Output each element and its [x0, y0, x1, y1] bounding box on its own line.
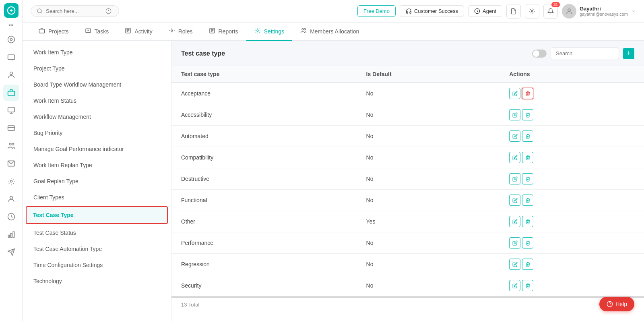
- sidebar-icon-send[interactable]: [3, 244, 19, 260]
- edit-button[interactable]: [509, 259, 520, 270]
- delete-button[interactable]: [522, 216, 533, 227]
- settings-item-time-configuration[interactable]: Time Configuration Settings: [23, 257, 171, 273]
- settings-item-work-item-replan[interactable]: Work Item Replan Type: [23, 157, 171, 173]
- tab-projects[interactable]: Projects: [31, 23, 77, 41]
- delete-button[interactable]: [522, 195, 533, 206]
- cell-is-default: No: [357, 275, 500, 296]
- svg-point-38: [171, 30, 173, 31]
- edit-button[interactable]: [509, 130, 520, 142]
- sidebar-icon-clock[interactable]: [3, 209, 19, 225]
- cell-is-default: No: [357, 232, 500, 254]
- roles-tab-icon: [169, 27, 175, 35]
- main-wrapper: Free Demo Customer Success Agent 31: [23, 0, 644, 321]
- sidebar-icon-monitor[interactable]: [3, 102, 19, 118]
- tab-settings[interactable]: Settings: [246, 23, 293, 41]
- free-demo-button[interactable]: Free Demo: [357, 5, 396, 17]
- app-logo[interactable]: [4, 3, 19, 18]
- help-icon: [607, 301, 613, 307]
- icon-sidebar: •••: [0, 0, 23, 321]
- svg-rect-20: [10, 234, 12, 238]
- settings-item-client-types[interactable]: Client Types: [23, 189, 171, 205]
- svg-point-31: [568, 9, 570, 11]
- sidebar-icon-briefcase[interactable]: [3, 85, 19, 101]
- tab-tasks[interactable]: Tasks: [77, 23, 117, 41]
- settings-item-technology[interactable]: Technology: [23, 273, 171, 289]
- settings-item-bug-priority[interactable]: Bug Priority: [23, 125, 171, 141]
- edit-button[interactable]: [509, 109, 520, 120]
- settings-button[interactable]: [525, 4, 539, 19]
- agent-button[interactable]: Agent: [468, 5, 502, 17]
- chevron-down-icon: [631, 9, 636, 14]
- user-info[interactable]: Gayathri gayathri@snovasys.com: [562, 4, 636, 19]
- sidebar-icon-home[interactable]: [3, 31, 19, 48]
- settings-item-test-case-automation[interactable]: Test Case Automation Type: [23, 241, 171, 257]
- cell-actions: [500, 147, 644, 168]
- svg-point-1: [8, 36, 14, 43]
- edit-button[interactable]: [509, 173, 520, 184]
- edit-button[interactable]: [509, 216, 520, 227]
- headset-icon: [406, 8, 412, 14]
- tab-reports[interactable]: Reports: [201, 23, 246, 41]
- cell-actions: [500, 83, 644, 104]
- svg-rect-21: [13, 232, 14, 237]
- delete-button[interactable]: [522, 130, 533, 142]
- cell-actions: [500, 168, 644, 190]
- data-table: Test case type Is Default Actions Accept…: [171, 66, 644, 296]
- tab-members[interactable]: Members Allocation: [292, 23, 367, 41]
- projects-tab-icon: [39, 27, 45, 35]
- col-header-test-case-type: Test case type: [171, 66, 357, 83]
- delete-button[interactable]: [522, 152, 533, 163]
- delete-button[interactable]: [522, 109, 533, 120]
- add-button[interactable]: +: [623, 48, 634, 59]
- more-dots-icon[interactable]: •••: [8, 23, 14, 28]
- settings-item-work-item-status[interactable]: Work Item Status: [23, 93, 171, 109]
- table-row: CompatibilityNo: [171, 147, 644, 168]
- edit-button[interactable]: [509, 88, 520, 99]
- delete-button[interactable]: [522, 237, 533, 249]
- content-area: Work Item Type Project Type Board Type W…: [23, 41, 644, 321]
- sidebar-icon-user2[interactable]: [3, 191, 19, 207]
- document-button[interactable]: [506, 4, 521, 19]
- settings-item-workflow-management[interactable]: Workflow Management: [23, 109, 171, 125]
- delete-button[interactable]: [522, 173, 533, 184]
- cell-actions: [500, 104, 644, 126]
- notification-button[interactable]: 31: [543, 4, 558, 19]
- customer-success-button[interactable]: Customer Success: [400, 5, 464, 17]
- settings-item-goal-replan[interactable]: Goal Replan Type: [23, 173, 171, 189]
- settings-item-test-case-status[interactable]: Test Case Status: [23, 225, 171, 241]
- edit-button[interactable]: [509, 237, 520, 249]
- tab-roles[interactable]: Roles: [161, 23, 201, 41]
- settings-item-board-workflow[interactable]: Board Type Workflow Management: [23, 77, 171, 93]
- sidebar-icon-tv[interactable]: [3, 49, 19, 65]
- edit-button[interactable]: [509, 195, 520, 206]
- sidebar-icon-chart[interactable]: [3, 226, 19, 242]
- settings-item-project-type[interactable]: Project Type: [23, 60, 171, 77]
- header-right: Free Demo Customer Success Agent 31: [357, 4, 636, 19]
- settings-item-test-case-type[interactable]: Test Case Type: [26, 206, 168, 224]
- delete-button[interactable]: [522, 88, 533, 99]
- edit-button[interactable]: [509, 152, 520, 163]
- cell-test-case-name: Destructive: [171, 168, 357, 190]
- search-bar[interactable]: [31, 5, 119, 17]
- cell-test-case-name: Regression: [171, 254, 357, 275]
- sidebar-icon-group[interactable]: [3, 138, 19, 154]
- search-input[interactable]: [46, 8, 102, 14]
- edit-button[interactable]: [509, 280, 520, 291]
- tab-activity[interactable]: Activity: [117, 23, 160, 41]
- settings-item-manage-goal[interactable]: Manage Goal Performance indicator: [23, 141, 171, 157]
- help-button[interactable]: Help: [599, 297, 634, 311]
- svg-point-44: [302, 29, 303, 30]
- sidebar-icon-gear[interactable]: [3, 173, 19, 189]
- delete-button[interactable]: [522, 259, 533, 270]
- sidebar-icon-mail[interactable]: [3, 155, 19, 172]
- cell-actions: [500, 126, 644, 147]
- user-details: Gayathri gayathri@snovasys.com: [580, 6, 628, 17]
- toggle-switch[interactable]: [532, 50, 547, 58]
- table-header-bar: Test case type +: [171, 41, 644, 66]
- table-search-input[interactable]: [551, 48, 619, 59]
- settings-item-work-item-type[interactable]: Work Item Type: [23, 44, 171, 60]
- sidebar-icon-card[interactable]: [3, 120, 19, 136]
- tab-projects-label: Projects: [48, 28, 69, 35]
- sidebar-icon-person[interactable]: [3, 67, 19, 83]
- delete-button[interactable]: [522, 280, 533, 291]
